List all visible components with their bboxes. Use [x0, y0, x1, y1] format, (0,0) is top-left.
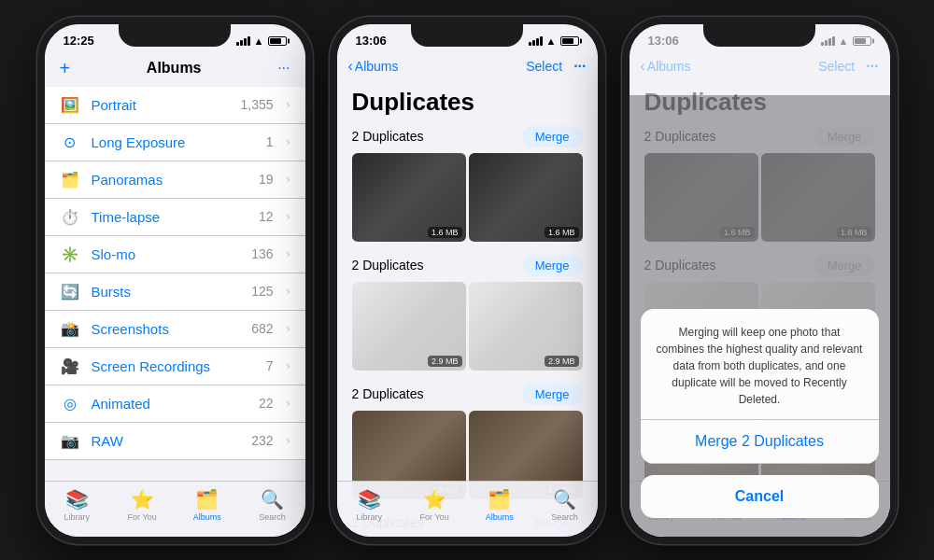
- popup-merge-button[interactable]: Merge 2 Duplicates: [641, 420, 879, 464]
- portrait-icon: 🖼️: [60, 96, 80, 114]
- foryou-tab-icon-1: ⭐: [131, 488, 154, 511]
- album-name-slomo: Slo-mo: [92, 246, 241, 262]
- album-row-panoramas[interactable]: 🗂️ Panoramas 19 ›: [45, 161, 305, 199]
- library-tab-icon-2: 📚: [358, 488, 381, 511]
- album-name-screenrecordings: Screen Recordings: [92, 358, 255, 374]
- dup-nav-2: ‹ Albums Select ···: [337, 54, 598, 80]
- add-button-1[interactable]: +: [60, 58, 71, 79]
- notch-2: [411, 24, 523, 47]
- battery-1: [268, 36, 287, 46]
- phone-3: 13:06 ▲ ‹ Albums: [622, 17, 898, 544]
- screenshots-icon: 📸: [60, 320, 80, 338]
- dup-photo-2a: 2.9 MB: [352, 282, 466, 371]
- albums-content: 🖼️ Portrait 1,355 › ⊙ Long Exposure 1 › …: [45, 87, 305, 472]
- tab-albums-2[interactable]: 🗂️ Albums: [467, 488, 532, 522]
- more-button-3: ···: [866, 58, 878, 75]
- phone-2: 13:06 ▲ ‹ Albums: [330, 17, 605, 544]
- tab-bar-1: 📚 Library ⭐ For You 🗂️ Albums 🔍 Search: [45, 481, 305, 537]
- tab-search-2[interactable]: 🔍 Search: [532, 488, 598, 522]
- nav-bar-1: + Albums ···: [45, 54, 305, 87]
- longexposure-icon: ⊙: [60, 133, 80, 151]
- album-count-slomo: 136: [251, 246, 273, 261]
- tab-albums-1[interactable]: 🗂️ Albums: [175, 488, 240, 522]
- album-row-portrait[interactable]: 🖼️ Portrait 1,355 ›: [45, 87, 305, 124]
- dup-group-2: 2 Duplicates Merge 2.9 MB 2.9 MB: [337, 249, 598, 378]
- library-tab-label-1: Library: [64, 512, 91, 522]
- album-row-bursts[interactable]: 🔄 Bursts 125 ›: [45, 273, 305, 311]
- library-tab-icon-1: 📚: [65, 488, 89, 511]
- time-3: 13:06: [648, 34, 679, 48]
- status-icons-3: ▲: [821, 35, 871, 47]
- dup-photo-2b: 2.9 MB: [469, 282, 583, 371]
- photo-size-2b: 2.9 MB: [545, 356, 579, 367]
- tab-foryou-2[interactable]: ⭐ For You: [402, 488, 467, 522]
- album-row-animated[interactable]: ◎ Animated 22 ›: [45, 385, 305, 423]
- merge-button-3[interactable]: Merge: [522, 384, 583, 405]
- album-row-timelapse[interactable]: ⏱️ Time-lapse 12 ›: [45, 199, 305, 236]
- dup-group-label-2: 2 Duplicates: [352, 258, 424, 273]
- wifi-2: ▲: [546, 35, 557, 47]
- more-button-2[interactable]: ···: [573, 58, 586, 75]
- time-1: 12:25: [64, 34, 94, 48]
- albums-tab-label-1: Albums: [193, 512, 221, 522]
- tab-search-1[interactable]: 🔍 Search: [240, 488, 305, 522]
- page-title-2: Duplicates: [337, 80, 598, 120]
- dup-group-label-1: 2 Duplicates: [352, 129, 424, 144]
- dup-group-header-2: 2 Duplicates Merge: [337, 249, 598, 282]
- signal-1: [236, 36, 250, 46]
- album-count-longexposure: 1: [266, 134, 274, 149]
- foryou-tab-label-1: For You: [128, 512, 157, 522]
- album-count-screenshots: 682: [251, 321, 273, 336]
- popup-message: Merging will keep one photo that combine…: [641, 309, 879, 420]
- library-tab-label-2: Library: [357, 512, 383, 522]
- dup-group-header-3: 2 Duplicates Merge: [337, 378, 598, 411]
- popup-card: Merging will keep one photo that combine…: [641, 309, 879, 464]
- albums-tab-label-2: Albums: [486, 512, 514, 522]
- tab-library-2[interactable]: 📚 Library: [337, 488, 403, 522]
- slomo-icon: ✳️: [60, 245, 80, 263]
- album-name-raw: RAW: [92, 433, 241, 449]
- album-count-screenrecordings: 7: [266, 358, 274, 373]
- albums-tab-icon-2: 🗂️: [488, 488, 511, 511]
- popup-cancel-card: Cancel: [641, 475, 879, 518]
- album-row-screenrecordings[interactable]: 🎥 Screen Recordings 7 ›: [45, 348, 305, 385]
- bursts-icon: 🔄: [60, 283, 80, 301]
- merge-button-2[interactable]: Merge: [522, 255, 583, 276]
- photo-size-1b: 1.6 MB: [545, 227, 579, 238]
- album-row-slomo[interactable]: ✳️ Slo-mo 136 ›: [45, 236, 305, 273]
- duplicates-content-2: Duplicates 2 Duplicates Merge 1.6 MB 1.6…: [337, 80, 598, 537]
- album-count-panoramas: 19: [259, 172, 274, 187]
- nav-title-1: Albums: [70, 60, 277, 77]
- popup-overlay: Merging will keep one photo that combine…: [630, 95, 890, 537]
- album-count-animated: 22: [259, 396, 274, 411]
- utilities-header: Utilities: [45, 460, 305, 472]
- timelapse-icon: ⏱️: [60, 208, 80, 226]
- nav-actions-3: Select ···: [818, 58, 878, 75]
- more-button-1[interactable]: ···: [277, 60, 290, 77]
- albums-tab-icon-1: 🗂️: [195, 488, 219, 511]
- album-row-screenshots[interactable]: 📸 Screenshots 682 ›: [45, 311, 305, 348]
- album-name-screenshots: Screenshots: [92, 321, 241, 337]
- back-button-2[interactable]: ‹ Albums: [348, 58, 399, 75]
- search-tab-label-1: Search: [259, 512, 286, 522]
- dup-photo-1a: 1.6 MB: [352, 153, 466, 242]
- phone-1: 12:25 ▲ + Albums ···: [37, 17, 313, 544]
- foryou-tab-label-2: For You: [420, 512, 449, 522]
- album-row-longexposure[interactable]: ⊙ Long Exposure 1 ›: [45, 124, 305, 161]
- album-row-raw[interactable]: 📷 RAW 232 ›: [45, 423, 305, 460]
- album-count-portrait: 1,355: [240, 97, 273, 112]
- tab-library-1[interactable]: 📚 Library: [45, 488, 110, 522]
- select-button-2[interactable]: Select: [526, 59, 562, 74]
- album-count-bursts: 125: [251, 284, 273, 299]
- notch-1: [119, 24, 231, 47]
- search-tab-icon-1: 🔍: [261, 488, 284, 511]
- wifi-3: ▲: [839, 35, 849, 47]
- popup-cancel-button[interactable]: Cancel: [641, 475, 879, 518]
- tab-foryou-1[interactable]: ⭐ For You: [109, 488, 175, 522]
- merge-button-1[interactable]: Merge: [522, 126, 583, 147]
- album-name-bursts: Bursts: [92, 284, 241, 300]
- tab-bar-2: 📚 Library ⭐ For You 🗂️ Albums 🔍 Search: [337, 481, 598, 537]
- album-name-portrait: Portrait: [92, 97, 230, 113]
- search-tab-label-2: Search: [551, 512, 578, 522]
- dup-photos-row-2: 2.9 MB 2.9 MB: [337, 282, 598, 378]
